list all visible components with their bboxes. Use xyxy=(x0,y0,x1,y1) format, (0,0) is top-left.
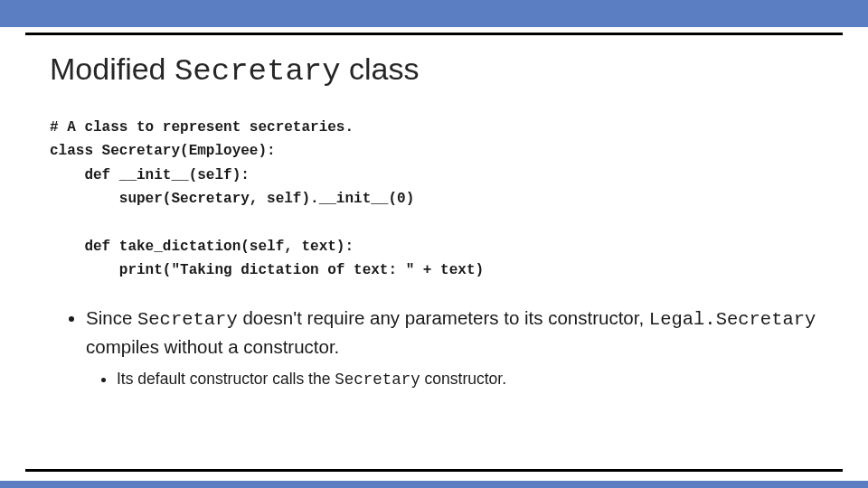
b1-m1: Secretary xyxy=(137,309,238,330)
b2-t1: Its default constructor calls the xyxy=(117,370,335,388)
slide-content: Modified Secretary class # A class to re… xyxy=(0,35,868,391)
b1-t1: Since xyxy=(86,307,137,328)
b2-m1: Secretary xyxy=(335,371,420,389)
bullet-item-2: Its default constructor calls the Secret… xyxy=(117,367,818,391)
bullet-list: Since Secretary doesn't require any para… xyxy=(50,305,818,392)
code-line-1: # A class to represent secretaries. xyxy=(50,119,354,136)
b2-t2: constructor. xyxy=(420,370,506,388)
sub-bullet-list: Its default constructor calls the Secret… xyxy=(86,367,818,391)
title-text-pre: Modified xyxy=(50,52,175,86)
slide-accent-bottom xyxy=(0,481,868,488)
title-text-post: class xyxy=(341,52,420,86)
b1-t3: compiles without a constructor. xyxy=(86,336,339,357)
slide-title: Modified Secretary class xyxy=(50,52,818,89)
bullet-item-1: Since Secretary doesn't require any para… xyxy=(86,305,818,392)
b1-m2: Legal.Secretary xyxy=(649,309,816,330)
code-line-4: super(Secretary, self).__init__(0) xyxy=(50,191,414,207)
slide-accent-top xyxy=(0,0,868,27)
code-line-7: print("Taking dictation of text: " + tex… xyxy=(50,262,484,278)
code-line-3: def __init__(self): xyxy=(50,167,250,183)
code-block: # A class to represent secretaries. clas… xyxy=(50,116,818,283)
bottom-divider xyxy=(25,469,843,472)
code-line-2: class Secretary(Employee): xyxy=(50,143,276,159)
b1-t2: doesn't require any parameters to its co… xyxy=(238,307,649,328)
title-text-mono: Secretary xyxy=(175,54,341,89)
code-line-6: def take_dictation(self, text): xyxy=(50,239,354,255)
